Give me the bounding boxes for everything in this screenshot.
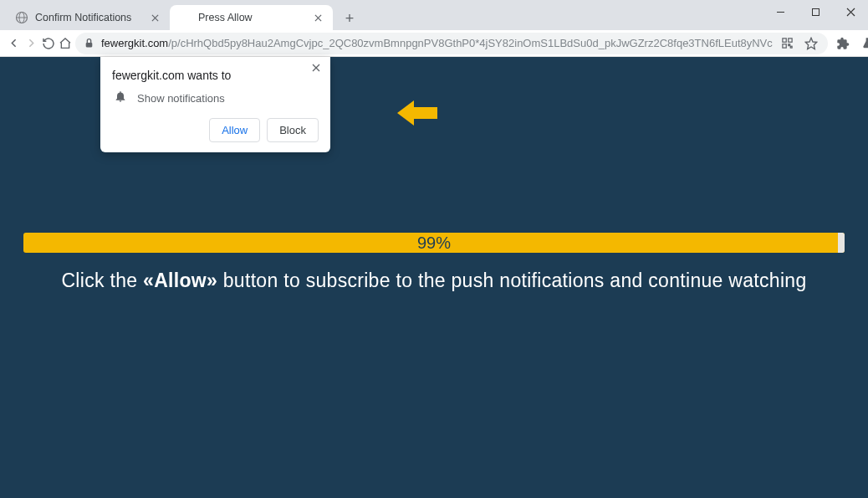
forward-button[interactable]	[24, 32, 38, 55]
tab-title: Press Allow	[198, 12, 304, 23]
popup-close-button[interactable]	[309, 60, 324, 75]
svg-rect-15	[789, 44, 790, 46]
extensions-icon[interactable]	[831, 32, 855, 55]
progress-section: 99% Click the «Allow» button to subscrib…	[23, 233, 845, 292]
lock-icon	[84, 38, 94, 49]
tab-press-allow[interactable]: Press Allow	[170, 5, 333, 30]
toolbar: fewergkit.com/p/cHrhQbd5py8Hau2AmgCvjpc_…	[0, 30, 868, 57]
bell-icon	[114, 90, 127, 106]
cta-text: Click the «Allow» button to subscribe to…	[23, 270, 845, 292]
progress-bar: 99%	[23, 233, 845, 253]
window-minimize-button[interactable]	[763, 0, 798, 23]
reload-button[interactable]	[42, 32, 55, 55]
tab-strip: Confirm Notifications Press Allow +	[0, 0, 868, 30]
svg-rect-11	[86, 43, 93, 47]
back-button[interactable]	[7, 32, 21, 55]
svg-rect-1	[812, 8, 819, 15]
svg-rect-12	[783, 39, 786, 42]
home-button[interactable]	[59, 32, 72, 55]
page-icon	[178, 11, 191, 24]
arrow-left-icon	[397, 97, 437, 132]
globe-icon	[15, 11, 28, 24]
close-icon[interactable]	[311, 11, 324, 24]
svg-rect-16	[791, 46, 793, 48]
url-text: fewergkit.com/p/cHrhQbd5py8Hau2AmgCvjpc_…	[101, 37, 773, 49]
svg-rect-14	[783, 44, 786, 48]
progress-value: 99%	[23, 233, 845, 253]
window-close-button[interactable]	[833, 0, 868, 23]
popup-title: fewergkit.com wants to	[112, 69, 319, 82]
svg-rect-13	[789, 39, 792, 42]
window-maximize-button[interactable]	[798, 0, 833, 23]
block-button[interactable]: Block	[267, 118, 319, 142]
tab-title: Confirm Notifications	[35, 12, 141, 23]
page-viewport: fewergkit.com wants to Show notification…	[0, 57, 868, 498]
qr-icon[interactable]	[779, 32, 796, 55]
new-tab-button[interactable]: +	[338, 7, 361, 30]
labs-icon[interactable]	[856, 32, 868, 55]
notification-permission-popup: fewergkit.com wants to Show notification…	[100, 57, 330, 152]
close-icon[interactable]	[148, 11, 161, 24]
svg-marker-25	[397, 100, 437, 126]
address-bar[interactable]: fewergkit.com/p/cHrhQbd5py8Hau2AmgCvjpc_…	[75, 33, 828, 54]
tab-confirm-notifications[interactable]: Confirm Notifications	[7, 5, 170, 30]
allow-button[interactable]: Allow	[209, 118, 260, 142]
star-icon[interactable]	[803, 32, 819, 55]
svg-marker-17	[805, 38, 816, 49]
permission-label: Show notifications	[137, 92, 225, 105]
